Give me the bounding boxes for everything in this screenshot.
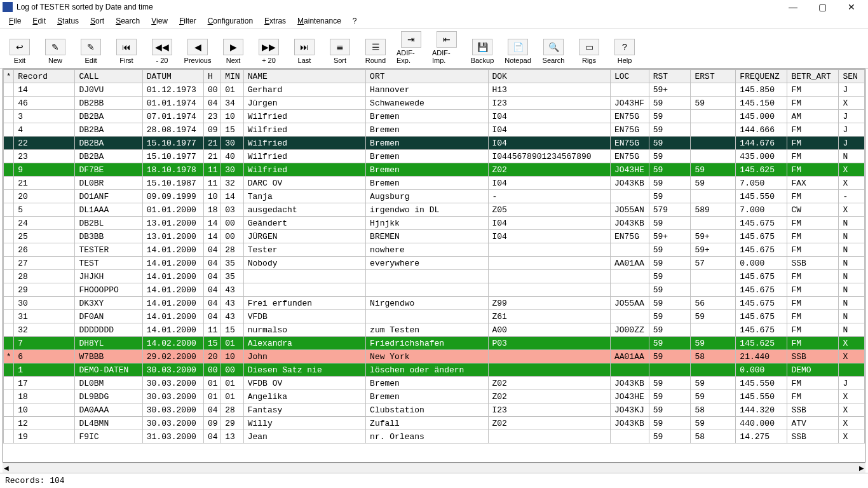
horizontal-scrollbar[interactable]: ◀▶ <box>3 463 865 473</box>
cell: 01.12.1973 <box>142 83 203 97</box>
table-row[interactable]: 22DB2BA15.10.19772130WilfriedBremenI04EN… <box>4 137 865 150</box>
toolbar-adifimp[interactable]: ⇤ADIF-Imp. <box>432 31 461 64</box>
toolbar-backup[interactable]: 💾Backup <box>468 39 497 64</box>
toolbar-rigs[interactable]: ▭Rigs <box>574 39 604 64</box>
cell: 19 <box>14 430 75 444</box>
toolbar-next[interactable]: ▶Next <box>219 39 248 64</box>
menu-search[interactable]: Search <box>111 15 145 27</box>
cell: EN75G <box>610 230 649 243</box>
column-header-frequenz[interactable]: FREQUENZ <box>736 70 787 83</box>
toolbar-20[interactable]: ◀◀- 20 <box>147 39 177 64</box>
cell <box>691 363 736 377</box>
table-row[interactable]: 18DL9BDG30.03.20000101AngelikaBremenZ02J… <box>4 390 865 403</box>
toolbar-label: Edit <box>85 57 97 64</box>
table-row[interactable]: *6W7BBB29.02.20002010JohnNew YorkAA01AA5… <box>4 350 865 363</box>
maximize-button[interactable]: ▢ <box>813 0 831 14</box>
grid-container[interactable]: *RecordCALLDATUMHMINNAMEORTDOKLOCRSTERST… <box>3 69 865 463</box>
toolbar-help[interactable]: ?Help <box>610 39 639 64</box>
toolbar-label: Sort <box>334 57 346 64</box>
cell: FM <box>787 270 839 283</box>
table-row[interactable]: 7DH8YL14.02.20001501AlexandraFriedrichsh… <box>4 337 865 350</box>
table-row[interactable]: 31DF0AN14.01.20000443VFDBZ615959145.675F… <box>4 310 865 323</box>
toolbar-adifexp[interactable]: ⇥ADIF-Exp. <box>397 31 426 64</box>
table-row[interactable]: 23DB2BA15.10.19772140WilfriedBremenI0445… <box>4 150 865 163</box>
column-header-loc[interactable]: LOC <box>610 70 649 83</box>
cell: JO43HE <box>610 163 649 177</box>
menu-sort[interactable]: Sort <box>85 15 109 27</box>
cell: 35 <box>221 257 243 270</box>
table-row[interactable]: 3DB2BA07.01.19742310WilfriedBremenI04EN7… <box>4 110 865 123</box>
data-grid[interactable]: *RecordCALLDATUMHMINNAMEORTDOKLOCRSTERST… <box>3 69 865 444</box>
table-row[interactable]: 17DL0BM30.03.20000101VFDB OVBremenZ02JO4… <box>4 377 865 390</box>
menu-filter[interactable]: Filter <box>174 15 201 27</box>
cell: 04 <box>203 310 220 323</box>
table-row[interactable]: 46DB2BB01.01.19740434JürgenSchwanewedeI2… <box>4 97 865 110</box>
table-row[interactable]: 29FHOOOPPO14.01.2000044359145.675FMN <box>4 283 865 297</box>
table-row[interactable]: 27TEST14.01.20000435NobodyeverywhereAA01… <box>4 257 865 270</box>
cell: Geändert <box>243 217 365 230</box>
column-header-sen[interactable]: SEN <box>839 70 865 83</box>
column-header-record[interactable]: Record <box>14 70 75 83</box>
table-row[interactable]: 20DO1ANF09.09.19991014TanjaAugsburg-5914… <box>4 190 865 203</box>
toolbar-exit[interactable]: ↩Exit <box>5 39 34 64</box>
cell: 00 <box>221 363 243 377</box>
table-row[interactable]: 26TESTER14.01.20000428Testernowhere5959+… <box>4 243 865 257</box>
menu-[interactable]: ? <box>348 15 362 27</box>
toolbar-last[interactable]: ⏭Last <box>290 39 319 64</box>
table-row[interactable]: 4DB2BA28.08.19740915WilfriedBremenI04EN7… <box>4 123 865 137</box>
table-row[interactable]: 32DDDDDDD14.01.20001115nurmalsozum Teste… <box>4 323 865 337</box>
cell: 145.675 <box>736 243 787 257</box>
minimize-button[interactable]: — <box>784 0 802 14</box>
column-header-min[interactable]: MIN <box>221 70 243 83</box>
column-header-call[interactable]: CALL <box>75 70 142 83</box>
column-header-ort[interactable]: ORT <box>366 70 488 83</box>
table-row[interactable]: 30DK3XY14.01.20000443Frei erfundenNirgen… <box>4 297 865 310</box>
column-header-betrart[interactable]: BETR_ART <box>787 70 839 83</box>
column-header-h[interactable]: H <box>203 70 220 83</box>
toolbar-label: New <box>48 57 62 64</box>
table-row[interactable]: 12DL4BMN30.03.20000929WillyZufallZ02JO43… <box>4 417 865 430</box>
toolbar-20[interactable]: ▶▶+ 20 <box>254 39 283 64</box>
menu-configuration[interactable]: Configuration <box>203 15 258 27</box>
table-row[interactable]: 1DEMO-DATEN30.03.20000000Diesen Satz nie… <box>4 363 865 377</box>
row-marker <box>4 190 14 203</box>
cell: 6 <box>14 350 75 363</box>
table-row[interactable]: 21DL0BR15.10.19871132DARC OVBremenI04JO4… <box>4 177 865 190</box>
cell: 59 <box>649 350 691 363</box>
menu-status[interactable]: Status <box>52 15 84 27</box>
column-header-dok[interactable]: DOK <box>488 70 610 83</box>
table-row[interactable]: 9DF7BE18.10.19781130WilfriedBremenZ02JO4… <box>4 163 865 177</box>
cell: 59 <box>649 337 691 350</box>
column-header-[interactable]: * <box>4 70 14 83</box>
cell: 01.01.2000 <box>142 203 203 217</box>
column-header-erst[interactable]: ERST <box>691 70 736 83</box>
toolbar-edit[interactable]: ✎Edit <box>76 39 105 64</box>
table-row[interactable]: 19F9IC31.03.20000413Jeannr. Orleans59581… <box>4 430 865 444</box>
cell: 59 <box>649 177 691 190</box>
table-row[interactable]: 24DB2BL13.01.20001400GeändertHjnjkkI04JO… <box>4 217 865 230</box>
table-row[interactable]: 28JHJKH14.01.2000043559145.675FMN <box>4 270 865 283</box>
menu-file[interactable]: File <box>4 15 26 27</box>
menu-maintenance[interactable]: Maintenance <box>292 15 346 27</box>
column-header-name[interactable]: NAME <box>243 70 365 83</box>
table-row[interactable]: 10DA0AAA30.03.20000428FantasyClubstation… <box>4 403 865 417</box>
menu-extras[interactable]: Extras <box>259 15 291 27</box>
toolbar-notepad[interactable]: 📄Notepad <box>503 39 532 64</box>
toolbar-first[interactable]: ⏮First <box>112 39 141 64</box>
toolbar-previous[interactable]: ◀Previous <box>183 39 212 64</box>
table-row[interactable]: 25DB3BB13.01.20001400JÜRGENBREMENI04EN75… <box>4 230 865 243</box>
toolbar-sort[interactable]: ≣Sort <box>325 39 355 64</box>
column-header-datum[interactable]: DATUM <box>142 70 203 83</box>
toolbar-new[interactable]: ✎New <box>41 39 70 64</box>
menu-view[interactable]: View <box>146 15 173 27</box>
table-row[interactable]: 5DL1AAA01.01.20001803ausgedachtirgendwo … <box>4 203 865 217</box>
column-header-rst[interactable]: RST <box>649 70 691 83</box>
close-button[interactable]: ✕ <box>843 0 860 14</box>
cell: 10 <box>14 403 75 417</box>
toolbar-search[interactable]: 🔍Search <box>539 39 568 64</box>
table-row[interactable]: 14DJ0VU01.12.19730001GerhardHannoverH135… <box>4 83 865 97</box>
cell: JO43KJ <box>610 403 649 417</box>
toolbar-round[interactable]: ☰Round <box>361 39 390 64</box>
menu-edit[interactable]: Edit <box>27 15 51 27</box>
next-icon: ▶ <box>223 39 243 55</box>
